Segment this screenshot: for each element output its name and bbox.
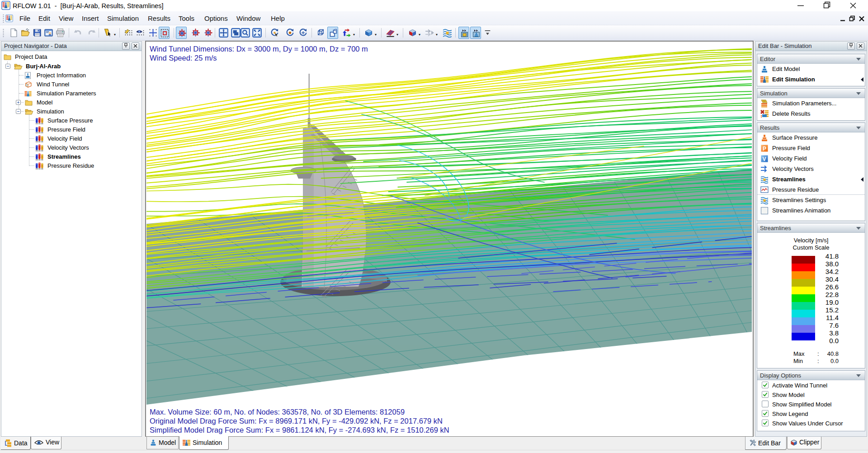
- svg-text:V: V: [763, 156, 766, 162]
- svg-text:P: P: [763, 146, 766, 152]
